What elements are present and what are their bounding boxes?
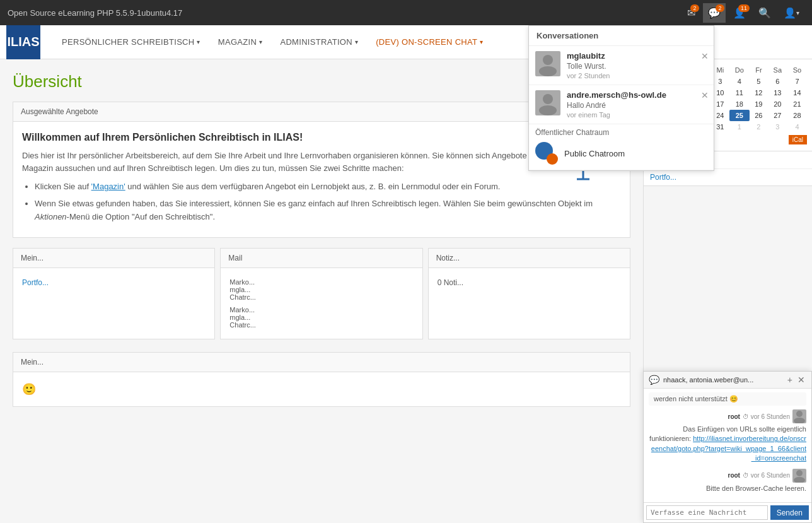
conv-name-1: mglaubitz — [567, 51, 707, 61]
search-icon: 🔍 — [758, 7, 771, 19]
step-2: Wenn Sie etwas gefunden haben, das Sie i… — [35, 197, 621, 224]
public-chatroom-avatar — [535, 142, 558, 165]
chat-msg-avatar-2 — [792, 469, 806, 483]
conv-time-2: vor einem Tag — [567, 111, 707, 119]
user-icon: 👤 — [784, 7, 796, 19]
svg-point-5 — [543, 55, 553, 65]
mail-button[interactable]: ✉ 2 — [682, 3, 700, 23]
mein-panel-header: Mein... — [13, 249, 214, 268]
chat-badge: 2 — [716, 4, 724, 12]
chat-panel: 💬 nhaack, antonia.weber@un... + ✕ werden… — [643, 371, 812, 523]
cal-header-fr: Fr — [750, 64, 768, 76]
notiz-panel-header: Notiz... — [429, 249, 630, 268]
nav-magazin[interactable]: MAGAZIN ▾ — [209, 25, 272, 59]
chat-input[interactable] — [646, 505, 768, 520]
mail-panel: Mail Marko...mgla...Chatrc... Marko...mg… — [220, 248, 422, 339]
chat-messages: werden nicht unterstützt 😊 root ⏱ vor 6 … — [644, 389, 811, 502]
svg-point-6 — [539, 66, 557, 76]
nav-administration[interactable]: ADMINISTRATION ▾ — [271, 25, 367, 59]
public-chatroom-item[interactable]: Public Chatroom — [535, 139, 707, 167]
conv-info-2: andre.mersch@hs-owl.de Hallo André vor e… — [567, 90, 707, 119]
svg-point-11 — [796, 470, 803, 476]
cal-today[interactable]: 25 — [729, 110, 750, 121]
chat-panel-header: 💬 nhaack, antonia.weber@un... + ✕ — [644, 372, 811, 389]
ical-button[interactable]: iCal — [789, 135, 807, 144]
conversations-header: Konversationen — [529, 26, 714, 46]
chat-add-button[interactable]: + — [786, 375, 794, 385]
public-chatroom-label: Öffentlicher Chatraum — [535, 128, 707, 137]
chat-bubble-icon: 💬 — [649, 375, 659, 385]
svg-point-7 — [543, 94, 553, 104]
notiz-panel: Notiz... 0 Noti... — [428, 248, 630, 339]
svg-point-10 — [794, 418, 805, 423]
conv-avatar-1 — [535, 51, 560, 76]
mein-panel-2-header: Mein... — [13, 353, 630, 372]
chat-send-button[interactable]: Senden — [770, 505, 809, 520]
public-chatroom-section: Öffentlicher Chatraum Public Chatroom — [529, 124, 714, 170]
ilias-logo[interactable]: ILIAS — [6, 25, 40, 59]
conv-close-2[interactable]: ✕ — [701, 90, 709, 100]
conv-msg-1: Tolle Wurst. — [567, 62, 707, 71]
chat-msg-text-1: Das Einfügen von URLs sollte eigentlich … — [649, 425, 806, 464]
chat-panel-title: nhaack, antonia.weber@un... — [663, 376, 753, 384]
conv-info-1: mglaubitz Tolle Wurst. vor 2 Stunden — [567, 51, 707, 79]
conv-close-1[interactable]: ✕ — [701, 51, 709, 61]
chat-status-msg: werden nicht unterstützt 😊 — [649, 392, 806, 406]
chat-message-1: root ⏱ vor 6 Stunden Das Einfügen von UR… — [649, 409, 806, 464]
conversations-panel: Konversationen mglaubitz Tolle Wurst. vo… — [528, 25, 714, 171]
nav-onscreen-chat[interactable]: (DEV) ON-SCREEN CHAT ▾ — [367, 25, 492, 59]
mail-badge: 2 — [690, 4, 699, 12]
users-badge: 11 — [738, 4, 750, 12]
mein-panel-2: Mein... 🙂 — [13, 352, 630, 407]
conversation-item-2[interactable]: andre.mersch@hs-owl.de Hallo André vor e… — [529, 85, 714, 124]
cal-header-do: Do — [729, 64, 750, 76]
mail-panel-header: Mail — [221, 249, 422, 268]
chat-button[interactable]: 💬 2 — [703, 3, 726, 23]
app-title: Open Source eLearning PHP 5.5.9-1ubuntu4… — [8, 8, 182, 18]
magazin-link[interactable]: 'Magazin' — [91, 182, 125, 191]
public-chatroom-name: Public Chatroom — [564, 149, 625, 158]
steps-list: Klicken Sie auf 'Magazin' und wählen Sie… — [22, 180, 621, 223]
user-button[interactable]: 👤 ▾ — [779, 3, 804, 23]
chat-close-button[interactable]: ✕ — [796, 375, 806, 385]
chat-msg-avatar-1 — [792, 409, 806, 423]
chat-input-area: Senden — [644, 502, 811, 522]
chat-message-2: root ⏱ vor 6 Stunden Bitte den Browser-C… — [649, 469, 806, 493]
chat-msg-text-2: Bitte den Browser-Cache leeren. — [649, 484, 806, 493]
conversation-item-1[interactable]: mglaubitz Tolle Wurst. vor 2 Stunden ✕ — [529, 46, 714, 85]
svg-point-8 — [539, 105, 557, 115]
svg-point-9 — [796, 411, 803, 417]
top-bar: Open Source eLearning PHP 5.5.9-1ubuntu4… — [0, 0, 812, 25]
conv-name-2: andre.mersch@hs-owl.de — [567, 90, 707, 100]
conv-avatar-2 — [535, 90, 560, 115]
conv-time-1: vor 2 Stunden — [567, 72, 707, 79]
search-button[interactable]: 🔍 — [753, 3, 776, 23]
nav-schreibtisch[interactable]: PERSÖNLICHER SCHREIBTISCH ▾ — [53, 25, 209, 59]
conv-msg-2: Hallo André — [567, 101, 707, 110]
cal-header-sa: Sa — [768, 64, 787, 76]
users-button[interactable]: 👤 11 — [728, 3, 751, 23]
step-1: Klicken Sie auf 'Magazin' und wählen Sie… — [35, 180, 621, 194]
top-icons: ✉ 2 💬 2 👤 11 🔍 👤 ▾ — [682, 3, 804, 23]
svg-point-12 — [794, 477, 805, 483]
mein-panel: Mein... Portfo... — [13, 248, 215, 339]
cal-header-so: So — [787, 64, 807, 76]
